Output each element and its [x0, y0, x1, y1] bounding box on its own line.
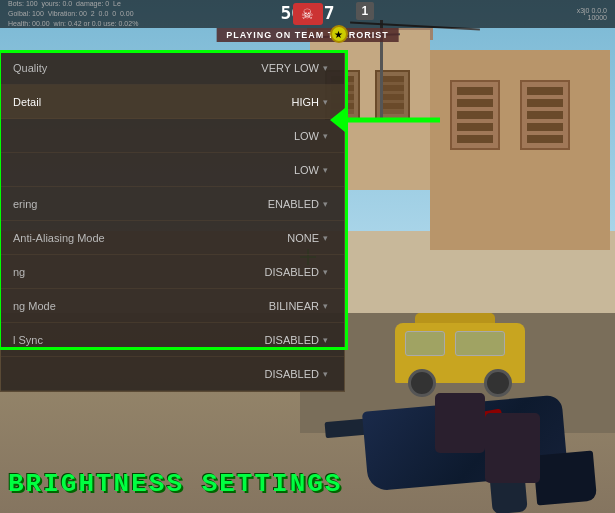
settings-label-0: Quality: [13, 62, 47, 74]
settings-value-3: LOW ▾: [294, 164, 328, 176]
settings-row-9[interactable]: DISABLED ▾: [1, 357, 344, 391]
settings-panel: QualityVERY LOW ▾DetailHIGH ▾LOW ▾LOW ▾e…: [0, 50, 345, 392]
chevron-icon-7: ▾: [323, 301, 328, 311]
chevron-icon-8: ▾: [323, 335, 328, 345]
settings-row-2[interactable]: LOW ▾: [1, 119, 344, 153]
green-arrow: [330, 100, 450, 144]
chevron-icon-3: ▾: [323, 165, 328, 175]
settings-value-0: VERY LOW ▾: [261, 62, 328, 74]
settings-row-6[interactable]: ngDISABLED ▾: [1, 255, 344, 289]
settings-row-7[interactable]: ng ModeBILINEAR ▾: [1, 289, 344, 323]
chevron-icon-2: ▾: [323, 131, 328, 141]
settings-value-5: NONE ▾: [287, 232, 328, 244]
settings-label-7: ng Mode: [13, 300, 56, 312]
bottom-title: BRIGHTNESS SETTINGS: [8, 469, 342, 499]
settings-row-8[interactable]: l SyncDISABLED ▾: [1, 323, 344, 357]
chevron-icon-9: ▾: [323, 369, 328, 379]
weapon-stock: [533, 450, 597, 505]
settings-value-6: DISABLED ▾: [265, 266, 328, 278]
hand-left: [435, 393, 485, 453]
settings-row-0[interactable]: QualityVERY LOW ▾: [1, 51, 344, 85]
settings-label-6: ng: [13, 266, 25, 278]
hand-right: [485, 413, 540, 483]
chevron-icon-6: ▾: [323, 267, 328, 277]
chevron-icon-4: ▾: [323, 199, 328, 209]
settings-value-7: BILINEAR ▾: [269, 300, 328, 312]
settings-value-9: DISABLED ▾: [265, 368, 328, 380]
settings-row-4[interactable]: eringENABLED ▾: [1, 187, 344, 221]
chevron-icon-0: ▾: [323, 63, 328, 73]
bottom-text-container: BRIGHTNESS SETTINGS: [0, 465, 350, 503]
settings-value-8: DISABLED ▾: [265, 334, 328, 346]
chevron-icon-1: ▾: [323, 97, 328, 107]
svg-marker-1: [330, 108, 345, 132]
settings-value-4: ENABLED ▾: [268, 198, 328, 210]
settings-label-8: l Sync: [13, 334, 43, 346]
settings-row-1[interactable]: DetailHIGH ▾: [1, 85, 344, 119]
settings-value-1: HIGH ▾: [292, 96, 329, 108]
settings-row-5[interactable]: Anti-Aliasing ModeNONE ▾: [1, 221, 344, 255]
settings-label-1: Detail: [13, 96, 41, 108]
settings-label-4: ering: [13, 198, 37, 210]
settings-value-2: LOW ▾: [294, 130, 328, 142]
settings-row-3[interactable]: LOW ▾: [1, 153, 344, 187]
chevron-icon-5: ▾: [323, 233, 328, 243]
car-wheel2: [484, 369, 512, 397]
settings-label-5: Anti-Aliasing Mode: [13, 232, 105, 244]
car-wheel1: [408, 369, 436, 397]
building-right: [430, 50, 610, 250]
